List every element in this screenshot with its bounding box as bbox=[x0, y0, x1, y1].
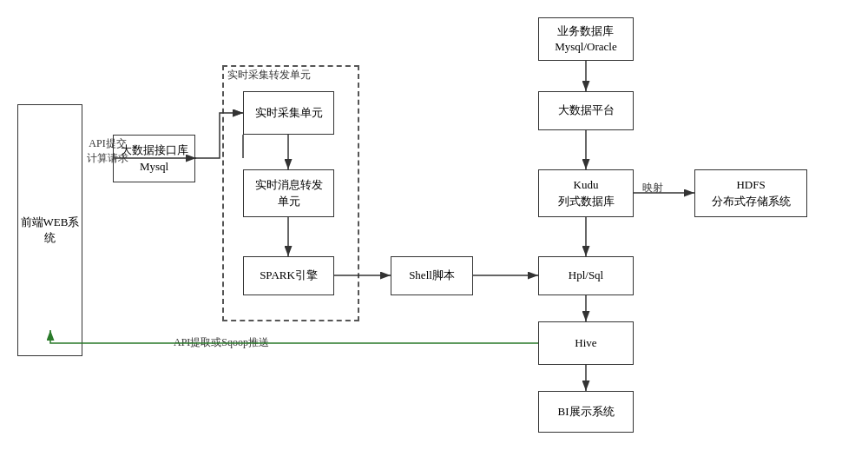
box-hpl-sql: Hpl/Sql bbox=[538, 256, 634, 295]
box-kudu: Kudu列式数据库 bbox=[538, 169, 634, 217]
box-frontend: 前端WEB系统 bbox=[17, 104, 82, 356]
box-hdfs: HDFS分布式存储系统 bbox=[694, 169, 807, 217]
label-api-submit: API提交计算请求 bbox=[87, 136, 128, 166]
diagram: 实时采集转发单元 前端WEB系统 大数据接口库Mysql 实时采集单元 实时消息… bbox=[0, 0, 868, 450]
box-bigdata-platform: 大数据平台 bbox=[538, 91, 634, 130]
dashed-label-realtime: 实时采集转发单元 bbox=[227, 68, 311, 83]
arrows-svg bbox=[0, 0, 868, 450]
box-bi: BI展示系统 bbox=[538, 391, 634, 433]
box-realtime-forward: 实时消息转发单元 bbox=[243, 169, 334, 217]
box-mysql-oracle: 业务数据库Mysql/Oracle bbox=[538, 17, 634, 61]
box-realtime-collect: 实时采集单元 bbox=[243, 91, 334, 135]
box-hive: Hive bbox=[538, 321, 634, 365]
box-shell: Shell脚本 bbox=[391, 256, 473, 295]
label-api-push: API提取或Sqoop推送 bbox=[174, 335, 269, 350]
box-spark: SPARK引擎 bbox=[243, 256, 334, 295]
label-mapping: 映射 bbox=[642, 181, 663, 195]
